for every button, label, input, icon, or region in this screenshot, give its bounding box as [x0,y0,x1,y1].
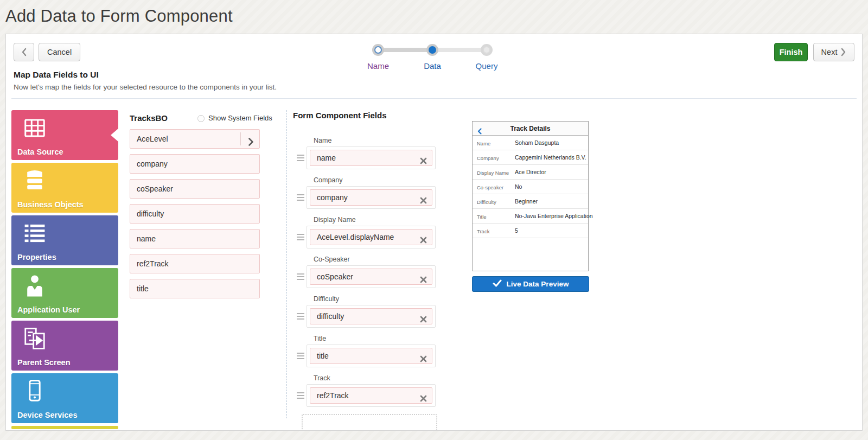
wizard-stepper: Name Data Query [353,43,512,73]
chevron-right-icon [841,48,846,56]
section-divider [11,98,857,99]
drag-handle-icon[interactable] [297,353,304,359]
step-label-query[interactable]: Query [459,61,514,71]
drag-handle-icon[interactable] [297,234,304,240]
remove-mapping-icon[interactable] [420,154,427,169]
mapping-slot: name [307,146,436,169]
source-field-acelevel[interactable]: AceLevel [130,129,260,149]
show-system-fields-checkbox[interactable] [197,115,205,122]
field-divider [240,132,241,145]
drag-handle-icon[interactable] [297,155,304,161]
mapped-field-chip[interactable]: company [310,189,432,206]
mapped-field-chip[interactable]: title [310,348,432,364]
mapped-field-chip[interactable]: name [310,150,432,166]
cancel-button[interactable]: Cancel [39,43,80,61]
step-label-data[interactable]: Data [405,61,459,71]
mapped-field-chip[interactable]: coSpeaker [310,269,432,285]
sidebar-item-partial[interactable] [11,426,118,429]
live-preview-card: Track Details Name Soham Dasgupta Compan… [472,121,589,271]
remove-mapping-icon[interactable] [420,313,427,328]
sidebar-item-device-services[interactable]: Device Services [11,373,118,423]
wizard-panel: Cancel Finish Next Name Data Query Map D… [5,34,863,431]
drag-handle-icon[interactable] [297,273,304,280]
source-field-name: difficulty [137,209,164,218]
mapped-field-chip[interactable]: AceLevel.displayName [310,229,432,245]
sidebar-item-label: Application User [17,305,80,314]
show-system-fields-label[interactable]: Show System Fields [208,114,272,122]
mapping-row-label: Display Name [314,216,356,224]
step-dot-data[interactable] [429,46,436,54]
sidebar-item-label: Data Source [17,148,63,156]
remove-mapping-icon[interactable] [420,392,427,407]
mapping-slot: difficulty [307,305,436,328]
mapped-field-value: AceLevel.displayName [317,233,394,241]
preview-row: Track 5 [473,224,588,238]
next-button[interactable]: Next [813,43,854,61]
source-field-name: title [137,284,149,293]
mapping-row-label: Company [314,176,343,184]
stepper-track-todo [432,48,486,52]
drag-handle-icon[interactable] [297,313,304,320]
mapped-field-chip[interactable]: ref2Track [310,387,432,404]
empty-drop-zone[interactable] [302,414,437,431]
mapping-row-label: Track [314,374,330,382]
source-field-cospeaker[interactable]: coSpeaker [130,179,260,199]
preview-row-label: Display Name [477,170,509,176]
mapped-field-chip[interactable]: difficulty [310,308,432,324]
source-field-name: coSpeaker [137,184,173,193]
column-dashed-divider [286,110,287,418]
live-data-preview-label: Live Data Preview [507,280,569,288]
form-component-fields-heading: Form Component Fields [293,111,387,120]
preview-header: Track Details [473,122,588,136]
source-field-company[interactable]: company [130,154,260,174]
step-dot-query[interactable] [483,46,490,54]
sidebar-item-business-objects[interactable]: Business Objects [11,163,118,213]
mapped-field-value: ref2Track [317,391,349,400]
preview-row: Title No-Java Enterprise Application [473,209,588,224]
remove-mapping-icon[interactable] [420,352,427,367]
source-field-difficulty[interactable]: difficulty [130,204,260,224]
table-grid-icon [22,116,47,143]
stepper-track-done [379,48,432,52]
preview-row-value: Ace Director [515,169,546,175]
chevron-left-icon [21,48,27,56]
source-field-name: AceLevel [137,135,168,143]
source-field-ref2track[interactable]: ref2Track [130,254,260,273]
screens-arrow-icon [22,326,47,353]
sidebar-item-parent-screen[interactable]: Parent Screen [11,321,118,371]
sidebar-item-label: Properties [17,253,56,262]
remove-mapping-icon[interactable] [420,194,427,209]
sidebar-item-application-user[interactable]: Application User [11,268,118,318]
source-field-name[interactable]: name [130,229,260,248]
preview-row-value: 5 [515,227,518,234]
preview-row-value: Soham Dasgupta [515,139,559,146]
list-icon [22,221,47,248]
preview-row-label: Difficulty [477,199,496,205]
sidebar-item-label: Business Objects [17,200,84,209]
drag-handle-icon[interactable] [297,392,304,399]
section-subheading: Now let's map the fields for your select… [14,83,277,91]
mapping-slot: company [307,186,436,209]
sidebar-item-properties[interactable]: Properties [11,215,118,265]
preview-row: Difficulty Beginner [473,194,588,209]
preview-row-value: No-Java Enterprise Application [515,213,593,219]
remove-mapping-icon[interactable] [420,233,427,248]
step-dot-name[interactable] [374,46,382,54]
preview-row-label: Track [477,228,489,234]
preview-row: Co-speaker No [473,180,588,194]
next-button-label: Next [821,48,838,56]
live-data-preview-button[interactable]: Live Data Preview [472,276,589,292]
drag-handle-icon[interactable] [297,194,304,201]
finish-button[interactable]: Finish [774,43,808,61]
preview-row-value: Capgemini Netherlands B.V. [515,154,586,161]
back-button[interactable] [14,43,34,61]
step-label-name[interactable]: Name [351,61,405,71]
preview-row: Display Name Ace Director [473,165,588,180]
mapping-row-label: Title [314,335,326,342]
expand-chevron-icon[interactable] [248,135,254,153]
remove-mapping-icon[interactable] [420,273,427,288]
preview-row-label: Co-speaker [477,184,503,190]
smartphone-icon [22,379,47,406]
sidebar-item-data-source[interactable]: Data Source [11,110,118,160]
source-field-title[interactable]: title [130,279,260,298]
